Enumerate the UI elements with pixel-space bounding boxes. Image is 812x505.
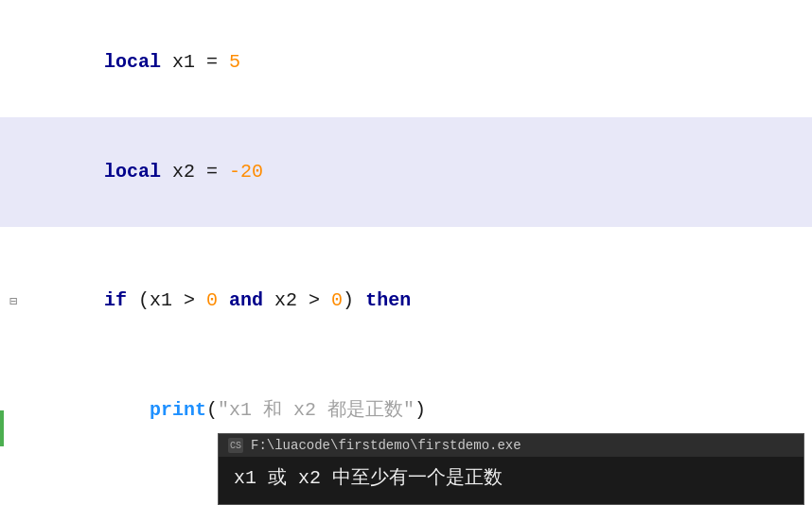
keyword-local-1: local bbox=[104, 51, 161, 73]
code-text-2: local x2 = -20 bbox=[26, 118, 263, 226]
terminal-icon-text: CS bbox=[230, 441, 241, 451]
terminal-titlebar: CS F:\luacode\firstdemo\firstdemo.exe bbox=[219, 434, 803, 457]
keyword-if: if bbox=[104, 289, 127, 311]
code-line-2: local x2 = -20 bbox=[0, 117, 812, 227]
terminal-title: F:\luacode\firstdemo\firstdemo.exe bbox=[251, 438, 521, 453]
terminal-output: x1 或 x2 中至少有一个是正数 bbox=[219, 457, 803, 504]
keyword-and: and bbox=[218, 289, 263, 311]
number-0-1: 0 bbox=[206, 289, 218, 311]
code-line-1: local x1 = 5 bbox=[0, 8, 812, 117]
empty-line bbox=[0, 227, 812, 246]
string-1: "x1 和 x2 都是正数" bbox=[218, 399, 415, 421]
terminal-output-text: x1 或 x2 中至少有一个是正数 bbox=[234, 467, 503, 489]
code-editor: local x1 = 5 local x2 = -20 ⊟ if (x1 > 0… bbox=[0, 0, 812, 505]
fold-icon[interactable]: ⊟ bbox=[9, 293, 17, 309]
number-neg20: -20 bbox=[229, 161, 263, 183]
green-bar-4 bbox=[0, 410, 4, 446]
terminal-window: CS F:\luacode\firstdemo\firstdemo.exe x1… bbox=[218, 433, 804, 505]
keyword-then-1: then bbox=[365, 289, 411, 311]
keyword-local-2: local bbox=[104, 161, 161, 183]
gutter-3: ⊟ bbox=[0, 293, 26, 309]
number-0-2: 0 bbox=[331, 289, 343, 311]
code-text-3: if (x1 > 0 and x2 > 0) then bbox=[26, 247, 411, 355]
terminal-app-icon: CS bbox=[228, 438, 243, 453]
number-5: 5 bbox=[229, 51, 240, 73]
code-text-1: local x1 = 5 bbox=[26, 9, 240, 116]
code-line-3: ⊟ if (x1 > 0 and x2 > 0) then bbox=[0, 246, 812, 356]
fn-print-1: print bbox=[150, 399, 206, 421]
